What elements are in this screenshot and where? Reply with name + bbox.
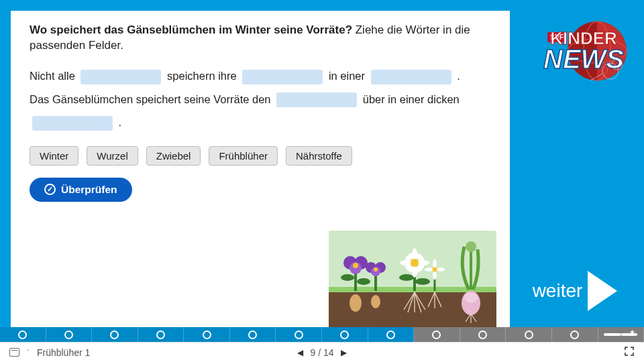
fullscreen-button[interactable] [624, 346, 635, 359]
cloze-fragment: Das Gänseblümchen speichert seine Vorrät… [30, 93, 274, 105]
check-button[interactable]: ✓ Überprüfen [30, 178, 132, 202]
progress-step-4[interactable] [138, 327, 184, 342]
blank-slot-5[interactable] [32, 116, 113, 131]
progress-dot-icon [110, 330, 119, 339]
cloze-fragment: über in einer dicken [363, 93, 460, 105]
cloze-fragment: . [457, 70, 460, 82]
svg-rect-43 [470, 249, 472, 290]
blank-slot-3[interactable] [371, 70, 451, 84]
svg-point-18 [399, 274, 414, 281]
next-page-button[interactable]: ▶ [341, 348, 347, 357]
draggable-word[interactable]: Wurzel [87, 146, 138, 166]
page-indicator: ◀ 9 / 14 ▶ [297, 347, 346, 358]
cloze-fragment: speichern ihre [167, 70, 239, 82]
cloze-fragment: . [119, 116, 122, 128]
draggable-word[interactable]: Nährstoffe [286, 146, 352, 166]
progress-step-10[interactable] [414, 327, 460, 342]
draggable-word[interactable]: Zwiebel [146, 146, 201, 166]
svg-point-14 [374, 267, 378, 272]
question-bold: Wo speichert das Gänseblümchen im Winter… [30, 23, 352, 36]
svg-point-9 [353, 263, 358, 268]
page-sep: / [315, 347, 323, 358]
svg-point-34 [433, 267, 437, 272]
svg-point-5 [357, 278, 370, 285]
progress-step-14[interactable]: ★ [598, 327, 644, 342]
lesson-title: Frühblüher 1 [37, 347, 90, 358]
plants-illustration [329, 231, 496, 331]
progress-dot-icon [340, 330, 349, 339]
progress-step-2[interactable] [46, 327, 93, 342]
progress-dot-icon [64, 330, 73, 339]
svg-text:NEWS: NEWS [543, 44, 624, 74]
progress-dot-icon [156, 330, 165, 339]
svg-point-44 [466, 241, 476, 252]
check-icon: ✓ [44, 184, 56, 195]
page-total: 14 [323, 347, 334, 358]
exercise-panel: Wo speichert das Gänseblümchen im Winter… [9, 9, 510, 342]
cloze-text: Nicht alle speichern ihre in einer . Das… [30, 64, 491, 134]
svg-point-46 [464, 292, 478, 303]
progress-dot-icon [203, 330, 211, 339]
progress-dot-icon [432, 330, 441, 339]
progress-dot-icon [248, 330, 257, 339]
progress-dot-icon [386, 330, 395, 339]
blank-slot-1[interactable] [80, 70, 161, 84]
next-label: weiter [533, 280, 583, 302]
progress-step-12[interactable] [506, 327, 552, 342]
word-bank: Winter Wurzel Zwiebel Frühblüher Nährsto… [30, 146, 491, 166]
svg-point-19 [415, 278, 430, 285]
right-panel: SRF KINDER NEWS weiter [510, 9, 644, 342]
svg-point-28 [411, 259, 419, 267]
document-icon[interactable] [9, 348, 19, 357]
check-label: Überprüfen [61, 184, 117, 196]
prev-page-button[interactable]: ◀ [297, 348, 303, 357]
blank-slot-2[interactable] [242, 70, 323, 84]
progress-step-7[interactable] [276, 327, 322, 342]
draggable-word[interactable]: Frühblüher [209, 146, 278, 166]
progress-dot-icon [18, 330, 27, 339]
star-icon: ★ [629, 328, 635, 336]
blank-slot-4[interactable] [276, 93, 357, 107]
progress-step-8[interactable] [322, 327, 368, 342]
page-current: 9 [310, 347, 315, 358]
progress-step-6[interactable] [230, 327, 276, 342]
question-text: Wo speichert das Gänseblümchen im Winter… [30, 23, 491, 54]
progress-dot-icon [294, 330, 303, 339]
cloze-fragment: in einer [329, 70, 368, 82]
svg-point-16 [371, 295, 380, 308]
progress-bar: ★ [0, 327, 644, 342]
footer-bar: ' Frühblüher 1 ◀ 9 / 14 ▶ [0, 342, 644, 362]
quote-icon: ' [28, 349, 29, 356]
cloze-fragment: Nicht alle [30, 70, 78, 82]
progress-step-1[interactable] [0, 327, 46, 342]
svg-point-4 [341, 274, 354, 281]
next-button[interactable]: weiter [533, 271, 618, 311]
play-icon [588, 271, 617, 311]
progress-step-5[interactable] [184, 327, 230, 342]
progress-dot-icon [478, 330, 487, 339]
svg-point-15 [350, 294, 362, 312]
srf-kinder-news-logo: SRF KINDER NEWS [517, 13, 637, 94]
progress-dot-icon [525, 330, 533, 339]
progress-step-3[interactable] [92, 327, 138, 342]
progress-step-13[interactable] [552, 327, 598, 342]
progress-step-11[interactable] [460, 327, 506, 342]
progress-step-9[interactable] [368, 327, 415, 342]
draggable-word[interactable]: Winter [30, 146, 78, 166]
progress-dot-icon [570, 330, 579, 339]
